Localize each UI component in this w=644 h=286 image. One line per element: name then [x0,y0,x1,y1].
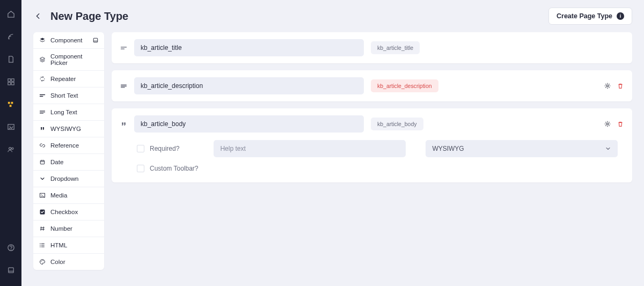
image-icon [39,192,46,199]
palette-item-html[interactable]: HTML [33,237,104,254]
link-icon [39,142,46,149]
field-name-input[interactable] [134,39,364,56]
palette-item-label: Reference [50,142,79,149]
palette-item-label: HTML [50,242,67,248]
field-type-value: WYSIWYG [432,145,464,152]
palette-item-label: Number [50,225,72,232]
palette-item-repeater[interactable]: Repeater [33,71,104,87]
palette-item-label: Media [50,192,67,199]
nav-help-icon[interactable] [4,241,17,254]
palette-item-label: Repeater [50,76,76,82]
nav-picture-icon[interactable] [4,120,17,133]
field-config: Required?WYSIWYGCustom Toolbar? [120,133,624,175]
nav-rss-icon[interactable] [4,30,17,43]
topbar: New Page Type Create Page Type i [21,0,644,32]
required-label: Required? [150,145,179,152]
delete-button[interactable] [617,120,624,128]
palette-item-label: Checkbox [50,209,78,215]
palette-item-label: Short Text [50,92,78,99]
palette-icon [39,258,46,266]
palette-item-label: Component Picker [50,53,99,66]
required-checkbox[interactable]: Required? [137,145,179,152]
field-slug-tag: kb_article_description [371,79,438,92]
field-palette: ComponentComponent PickerRepeaterShort T… [33,32,104,270]
nav-file-icon[interactable] [4,53,17,65]
long-icon [120,82,127,90]
palette-item-checkbox[interactable]: Checkbox [33,204,104,221]
palette-item-component-picker[interactable]: Component Picker [33,49,104,71]
palette-item-dropdown[interactable]: Dropdown [33,171,104,187]
palette-item-label: Color [50,259,65,265]
nav-blocks-icon[interactable] [4,98,17,111]
field-slug-tag: kb_article_body [371,118,423,130]
quote-icon [120,120,127,128]
palette-item-label: Component [50,37,82,43]
chevdown-icon [39,175,46,182]
short-icon [39,92,46,99]
layers-icon [39,36,46,44]
nav-users-icon[interactable] [4,143,17,156]
palette-item-short-text[interactable]: Short Text [33,87,104,104]
nav-rail [0,0,21,286]
palette-item-media[interactable]: Media [33,187,104,204]
help-text-input[interactable] [214,140,406,157]
palette-item-number[interactable]: Number [33,221,104,237]
create-page-type-button[interactable]: Create Page Type i [548,8,632,25]
palette-item-label: Long Text [50,109,77,115]
book-icon [92,37,99,43]
field-name-input[interactable] [134,115,364,133]
custom-toolbar-label: Custom Toolbar? [150,165,199,172]
field-card: kb_article_bodyRequired?WYSIWYGCustom To… [112,108,632,182]
palette-item-reference[interactable]: Reference [33,137,104,154]
palette-item-label: Dropdown [50,175,78,182]
palette-item-label: Date [50,159,63,165]
back-button[interactable] [33,11,43,21]
calendar-icon [39,158,46,166]
palette-item-date[interactable]: Date [33,154,104,171]
quote-icon [39,125,46,133]
check-icon [39,208,46,216]
palette-item-color[interactable]: Color [33,254,104,270]
palette-item-component[interactable]: Component [33,32,104,49]
info-icon: i [617,12,624,20]
field-slug-tag: kb_article_title [371,41,420,54]
repeat-icon [39,75,46,83]
nav-home-icon[interactable] [4,8,17,20]
stack-icon [39,56,46,63]
palette-item-label: WYSIWYG [50,126,81,132]
field-type-select[interactable]: WYSIWYG [426,140,618,157]
settings-button[interactable] [604,120,611,128]
list-icon [39,241,46,249]
nav-book-icon[interactable] [4,263,17,276]
custom-toolbar-checkbox[interactable]: Custom Toolbar? [137,165,199,172]
palette-item-long-text[interactable]: Long Text [33,104,104,121]
field-card: kb_article_description [112,70,632,101]
short-icon [120,44,127,52]
field-card: kb_article_title [112,32,632,63]
fields-list: kb_article_titlekb_article_descriptionkb… [112,32,632,270]
field-name-input[interactable] [134,77,364,94]
create-page-type-label: Create Page Type [557,12,612,20]
hash-icon [39,225,46,232]
long-icon [39,108,46,116]
delete-button[interactable] [617,82,624,90]
settings-button[interactable] [604,82,611,90]
nav-grid-icon[interactable] [4,75,17,88]
palette-item-wysiwyg[interactable]: WYSIWYG [33,121,104,137]
page-title: New Page Type [50,10,128,23]
